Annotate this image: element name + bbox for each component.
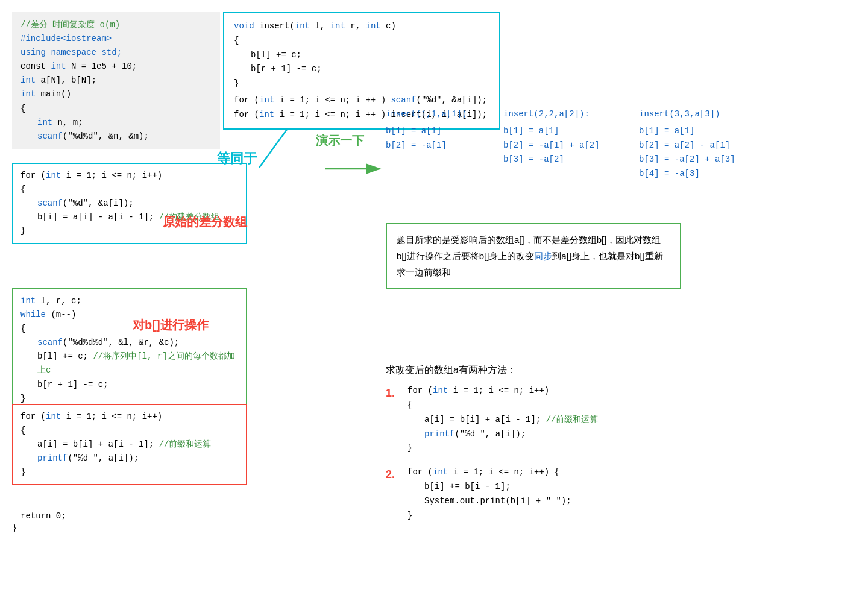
green-intlrc: int l, r, c; — [20, 294, 239, 308]
annotation-equiv: 等同于 — [217, 149, 257, 168]
red-for-box: for (int i = 1; i <= n; i++) { a[i] = b[… — [12, 404, 247, 485]
cyan-line3: scanf("%d", &a[i]); — [37, 197, 239, 210]
insert-open: { — [234, 34, 489, 48]
demo-col1-r2: b[2] = -a[1] — [386, 139, 479, 153]
green-while-box: int l, r, c; while (m--) { scanf("%d%d%d… — [12, 288, 247, 412]
demo-col1-r1: b[1] = a[1] — [386, 124, 479, 139]
red-line3: a[i] = b[i] + a[i - 1]; //前缀和运算 — [37, 438, 239, 451]
green-bl: b[l] += c; //将序列中[l, r]之间的每个数都加上c — [37, 350, 239, 377]
label-operate: 对b[]进行操作 — [133, 317, 209, 333]
red-line1: for (int i = 1; i <= n; i++) — [20, 410, 239, 424]
demo-col2-header: insert(2,2,a[2]): — [503, 107, 615, 122]
arrays-line: int a[N], b[N]; — [20, 74, 212, 87]
comment-line: //差分 时间复杂度 o(m) — [20, 18, 212, 32]
demo-col3-r1: b[1] = a[1] — [639, 124, 729, 139]
red-line2: { — [20, 424, 239, 438]
insert-for1: for (int i = 1; i <= n; i ++ ) scanf("%d… — [234, 93, 489, 108]
include-line: #include<iostream> — [20, 32, 212, 46]
insert-sig: void insert(int l, int r, int c) — [234, 19, 489, 34]
method2-number: 2. — [386, 465, 400, 484]
method1-number: 1. — [386, 384, 400, 403]
demo-col3-header: insert(3,3,a[3]) — [639, 107, 729, 122]
explanation-box: 题目所求的是受影响后的数组a[]，而不是差分数组b[]，因此对数组b[]进行操作… — [386, 223, 681, 289]
cyan-line1: for (int i = 1; i <= n; i++) — [20, 169, 239, 183]
label-original: 原始的差分数组 — [163, 214, 247, 230]
method1-container: 1. for (int i = 1; i <= n; i++) { a[i] =… — [386, 384, 820, 456]
method2-code: for (int i = 1; i <= n; i++) { b[i] += b… — [407, 465, 571, 523]
expl-highlight: 同步 — [534, 251, 552, 261]
demo-col2-r4 — [503, 167, 615, 181]
demo-col1-header: insert(1,1,a[1]) — [386, 107, 479, 122]
cyan-line2: { — [20, 183, 239, 197]
closing-brace-main: } — [12, 523, 17, 533]
methods-area: 求改变后的数组a有两种方法： 1. for (int i = 1; i <= n… — [386, 362, 820, 523]
demo-row2: b[2] = -a[1] b[2] = -a[1] + a[2] b[2] = … — [386, 139, 735, 153]
brace-open: { — [20, 102, 212, 116]
demo-col2-r1: b[1] = a[1] — [503, 124, 615, 139]
demo-col3-r2: b[2] = a[2] - a[1] — [639, 139, 730, 153]
demo-col3-r3: b[3] = -a[2] + a[3] — [639, 152, 735, 167]
method2-container: 2. for (int i = 1; i <= n; i++) { b[i] +… — [386, 465, 820, 523]
demo-headers: insert(1,1,a[1]) insert(2,2,a[2]): inser… — [386, 107, 735, 122]
return-line: return 0; — [20, 511, 66, 521]
cyan-for-box: for (int i = 1; i <= n; i++) { scanf("%d… — [12, 163, 247, 244]
demo-row4: b[4] = -a[3] — [386, 167, 735, 181]
demo-col2-r2: b[2] = -a[1] + a[2] — [503, 139, 615, 153]
demo-col1-r3 — [386, 152, 479, 167]
main-line: int main() — [20, 87, 212, 101]
using-line: using namespace std; — [20, 46, 212, 60]
insert-close: } — [234, 77, 489, 91]
insert-bl: b[l] += c; — [251, 48, 489, 63]
annotation-demo: 演示一下 — [316, 133, 364, 149]
green-br: b[r + 1] -= c; — [37, 378, 239, 392]
red-line4: printf("%d ", a[i]); — [37, 451, 239, 465]
green-scanf: scanf("%d%d%d", &l, &r, &c); — [37, 336, 239, 350]
demo-area: insert(1,1,a[1]) insert(2,2,a[2]): inser… — [386, 107, 735, 181]
int-nm: int n, m; — [37, 116, 212, 130]
insert-br: b[r + 1] -= c; — [251, 62, 489, 77]
demo-row3: b[3] = -a[2] b[3] = -a[2] + a[3] — [386, 152, 735, 167]
demo-row1: b[1] = a[1] b[1] = a[1] b[1] = a[1] — [386, 124, 735, 139]
page-container: //差分 时间复杂度 o(m) #include<iostream> using… — [0, 0, 868, 610]
red-line5: } — [20, 465, 239, 479]
methods-title: 求改变后的数组a有两种方法： — [386, 362, 820, 378]
const-line: const int N = 1e5 + 10; — [20, 60, 212, 74]
demo-col2-r3: b[3] = -a[2] — [503, 152, 615, 167]
scanf-nm: scanf("%d%d", &n, &m); — [37, 130, 212, 143]
top-left-code: //差分 时间复杂度 o(m) #include<iostream> using… — [12, 12, 220, 149]
demo-col3-r4: b[4] = -a[3] — [639, 167, 729, 181]
demo-col1-r4 — [386, 167, 479, 181]
method1-code: for (int i = 1; i <= n; i++) { a[i] = b[… — [407, 384, 598, 456]
